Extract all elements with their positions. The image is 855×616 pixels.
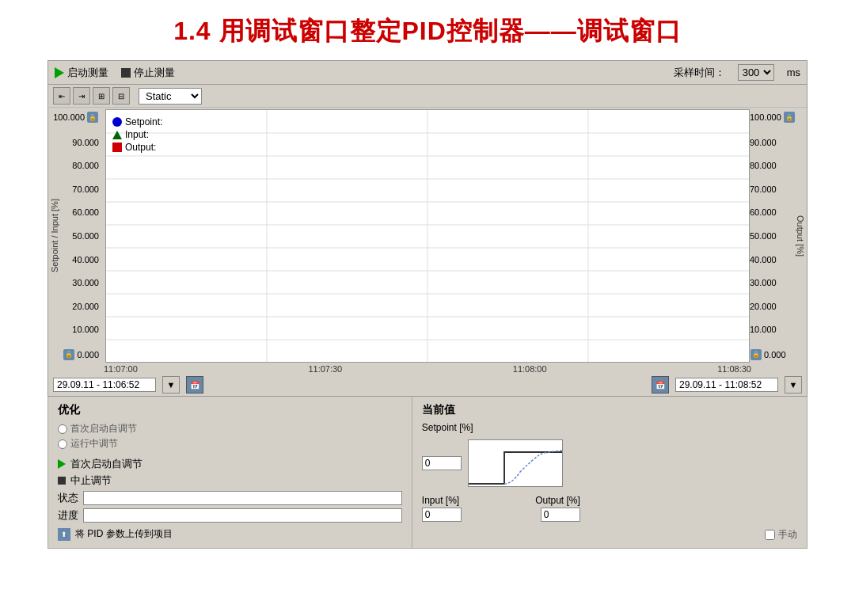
y-right-tick-40: 40.000 xyxy=(750,255,777,264)
title-prefix: 1.4 xyxy=(173,17,218,45)
time-dropdown-left[interactable]: ▼ xyxy=(162,376,180,394)
legend-input: Input: xyxy=(112,129,162,140)
lock-icon-bottom-left[interactable]: 🔒 xyxy=(63,349,74,360)
stop-tuning-icon xyxy=(58,477,66,485)
time-label-3: 11:08:00 xyxy=(513,364,547,374)
chart-tool-3[interactable]: ⊞ xyxy=(93,87,110,105)
cv-input-label: Input [%] xyxy=(422,495,459,506)
radio-group: 首次启动自调节 运行中调节 xyxy=(58,422,402,451)
progress-label: 进度 xyxy=(58,508,78,523)
chart-tool-2[interactable]: ⇥ xyxy=(73,87,90,105)
optimization-title: 优化 xyxy=(58,403,402,417)
start-autotuning-label: 首次启动自调节 xyxy=(70,457,142,471)
y-right-tick-90: 90.000 xyxy=(750,138,777,147)
chart-mode-select[interactable]: Static Scrolling Fixed xyxy=(139,88,202,105)
radio-running-input[interactable] xyxy=(58,439,67,449)
y-right-tick-60: 60.000 xyxy=(750,207,777,217)
lock-icon-bottom-right[interactable]: 🔒 xyxy=(750,349,762,360)
start-measurement-button[interactable]: 启动测量 xyxy=(55,66,108,80)
input-label: Input: xyxy=(125,129,149,140)
y-axis-left-container: Setpoint / Input [%] 100.000 🔒 90.000 80… xyxy=(48,109,105,363)
y-right-tick-100: 100.000 xyxy=(750,112,781,122)
page-title: 1.4 用调试窗口整定PID控制器——调试窗口 xyxy=(0,0,855,60)
y-left-tick-80: 80.000 xyxy=(72,161,99,170)
y-right-tick-30: 30.000 xyxy=(750,278,777,287)
manual-checkbox-row[interactable]: 手动 xyxy=(422,528,797,542)
y-left-tick-70: 70.000 xyxy=(72,184,99,194)
cv-setpoint-label: Setpoint [%] xyxy=(422,422,473,433)
optimization-panel: 优化 首次启动自调节 运行中调节 首次启动自调节 中止调节 状态 进度 xyxy=(48,397,412,548)
stop-measurement-button[interactable]: 停止测量 xyxy=(121,66,175,80)
cv-grid: Setpoint [%] 0 Input [%] xyxy=(422,422,797,542)
status-field xyxy=(83,491,402,505)
instrument-panel: 启动测量 停止测量 采样时间： 300 ms ⇤ ⇥ ⊞ ⊟ Static Sc… xyxy=(48,60,808,397)
cv-input-section: Input [%] 0 xyxy=(422,495,462,522)
calendar-left-button[interactable]: 📅 xyxy=(186,376,203,394)
lock-icon-top-right[interactable]: 🔒 xyxy=(784,112,795,123)
current-value-title: 当前值 xyxy=(422,403,797,417)
y-left-tick-0: 0.000 xyxy=(77,350,99,359)
sample-time-dropdown[interactable]: 300 xyxy=(738,64,774,81)
start-label: 启动测量 xyxy=(67,66,108,80)
chart-tool-4[interactable]: ⊟ xyxy=(112,87,130,105)
y-right-tick-10: 10.000 xyxy=(750,325,777,334)
play-icon xyxy=(55,67,64,78)
current-value-panel: 当前值 Setpoint [%] 0 xyxy=(412,397,807,548)
cv-setpoint-value: 0 xyxy=(422,456,462,470)
output-label: Output: xyxy=(125,142,156,153)
legend-output: Output: xyxy=(112,142,162,153)
time-label-4: 11:08:30 xyxy=(717,364,751,374)
time-range-left-input[interactable] xyxy=(53,378,156,392)
upload-row[interactable]: ⬆ 将 PID 参数上传到项目 xyxy=(58,527,402,541)
chart-toolbar: ⇤ ⇥ ⊞ ⊟ Static Scrolling Fixed xyxy=(48,85,807,108)
sample-time-label: 采样时间： xyxy=(674,66,725,80)
radio-running[interactable]: 运行中调节 xyxy=(58,437,402,451)
y-right-tick-0: 0.000 xyxy=(764,350,786,359)
progress-row: 进度 xyxy=(58,508,402,523)
radio-running-label: 运行中调节 xyxy=(70,437,118,451)
start-autotuning-row[interactable]: 首次启动自调节 xyxy=(58,457,402,471)
y-left-tick-50: 50.000 xyxy=(72,231,99,241)
y-left-tick-60: 60.000 xyxy=(72,207,99,217)
cv-output-value: 0 xyxy=(541,508,580,522)
y-axis-left-values: 100.000 🔒 90.000 80.000 70.000 60.000 50… xyxy=(61,109,101,363)
stop-label: 停止测量 xyxy=(134,66,175,80)
y-left-tick-90: 90.000 xyxy=(72,138,99,147)
manual-checkbox[interactable] xyxy=(765,530,775,540)
title-text: 用调试窗口整定PID控制器——调试窗口 xyxy=(219,17,682,45)
time-dropdown-right[interactable]: ▼ xyxy=(785,376,802,394)
chart-tool-1[interactable]: ⇤ xyxy=(53,87,70,105)
calendar-right-button[interactable]: 📅 xyxy=(652,376,669,394)
input-legend-icon xyxy=(112,131,122,139)
cv-bottom-labels: Input [%] 0 Output [%] 0 xyxy=(422,495,580,522)
lock-icon-top-left[interactable]: 🔒 xyxy=(87,112,98,123)
setpoint-legend-icon xyxy=(112,117,122,127)
chart-plot-area: Setpoint: Input: Output: xyxy=(105,109,750,363)
radio-first-start-label: 首次启动自调节 xyxy=(70,422,137,435)
upload-icon: ⬆ xyxy=(58,528,70,541)
y-axis-left-label: Setpoint / Input [%] xyxy=(48,109,61,363)
chart-container: Setpoint / Input [%] 100.000 🔒 90.000 80… xyxy=(48,108,807,364)
time-label-2: 11:07:30 xyxy=(308,364,342,374)
upload-label: 将 PID 参数上传到项目 xyxy=(75,527,173,541)
radio-first-start[interactable]: 首次启动自调节 xyxy=(58,422,402,435)
top-toolbar: 启动测量 停止测量 采样时间： 300 ms xyxy=(48,61,807,85)
mini-chart-svg xyxy=(469,440,562,486)
y-right-tick-50: 50.000 xyxy=(750,231,777,241)
radio-first-start-input[interactable] xyxy=(58,424,67,434)
time-axis: 11:07:00 11:07:30 11:08:00 11:08:30 xyxy=(48,364,807,374)
lower-panel: 优化 首次启动自调节 运行中调节 首次启动自调节 中止调节 状态 进度 xyxy=(48,397,808,549)
y-left-tick-10: 10.000 xyxy=(72,325,99,334)
manual-label: 手动 xyxy=(778,528,797,542)
time-range-right-input[interactable] xyxy=(675,378,778,392)
cv-output-label: Output [%] xyxy=(535,495,580,506)
start-autotuning-icon xyxy=(58,459,66,469)
cv-setpoint-row: Setpoint [%] xyxy=(422,422,797,433)
stop-tuning-row[interactable]: 中止调节 xyxy=(58,473,402,488)
sample-time-unit: ms xyxy=(787,67,800,78)
output-legend-icon xyxy=(112,143,122,152)
y-left-tick-20: 20.000 xyxy=(72,302,99,311)
y-axis-right-container: 100.000 🔒 90.000 80.000 70.000 60.000 50… xyxy=(750,109,807,363)
y-left-tick-30: 30.000 xyxy=(72,278,99,287)
cv-setpoint-value-row: 0 xyxy=(422,436,797,490)
